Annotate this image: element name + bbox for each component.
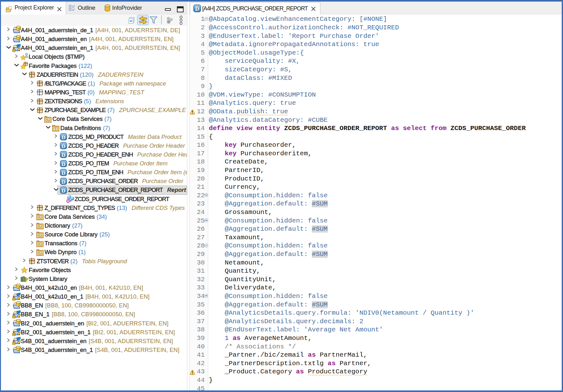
svg-text:G: G [46,118,49,122]
svg-text:G: G [39,225,41,228]
svg-text:D: D [62,188,65,194]
svg-text:G: G [39,234,41,237]
svg-text:D: D [195,6,199,12]
svg-text:G: G [39,242,41,246]
svg-text:G: G [39,216,41,219]
svg-text:D: D [62,143,65,149]
svg-text:@: @ [66,199,70,203]
svg-text:T: T [55,127,57,130]
svg-text:D: D [62,170,65,176]
svg-text:D: D [62,179,65,185]
svg-text:D: D [62,152,65,158]
svg-text:D: D [62,134,65,140]
svg-text:G: G [39,251,41,255]
svg-text:D: D [62,161,65,167]
